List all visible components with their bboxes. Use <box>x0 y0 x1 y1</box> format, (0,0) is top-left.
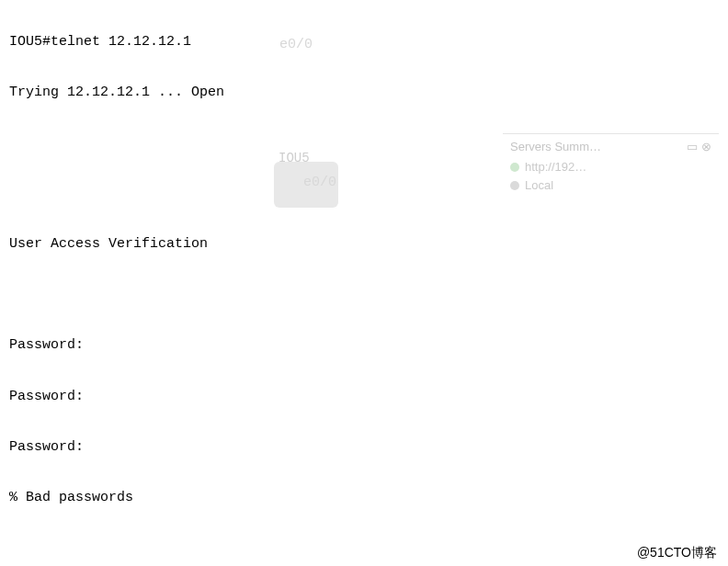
terminal-line: Password: <box>9 439 728 456</box>
terminal-line: % Bad passwords <box>9 490 728 506</box>
terminal-line <box>9 541 728 558</box>
terminal-line <box>9 186 728 202</box>
terminal-line: User Access Verification <box>9 236 728 253</box>
terminal-line <box>9 288 728 304</box>
terminal-output[interactable]: IOU5#telnet 12.12.12.1 Trying 12.12.12.1… <box>9 0 728 566</box>
terminal-line <box>9 136 728 153</box>
terminal-line: Password: <box>9 337 728 354</box>
watermark: @51CTO博客 <box>637 545 717 560</box>
terminal-line: Trying 12.12.12.1 ... Open <box>9 85 728 101</box>
terminal-line: Password: <box>9 389 728 405</box>
terminal-line: IOU5#telnet 12.12.12.1 <box>9 34 728 51</box>
